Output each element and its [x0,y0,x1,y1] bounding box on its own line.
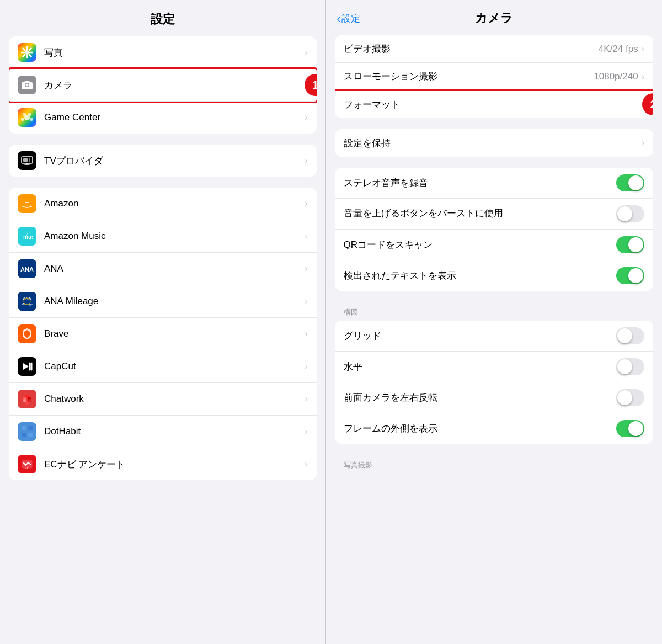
amazonmusic-chevron: › [305,231,307,241]
anamileage-icon: ANA Mileage [18,292,36,311]
settings-row-gamecenter[interactable]: Game Center › [9,102,317,134]
grid-toggle-knob [617,328,632,343]
slowmo-label: スローモーション撮影 [344,70,594,83]
settings-row-ecnavi[interactable]: EC ECナビ アンケート › [9,448,317,480]
settings-row-brave[interactable]: Brave › [9,318,317,350]
settings-row-camera[interactable]: カメラ › 1 [9,69,317,102]
qr-label: QRコードをスキャン [344,238,616,251]
mirror-label: 前面カメラを左右反転 [344,391,616,404]
text-toggle[interactable] [616,267,644,284]
ecnavi-label: ECナビ アンケート [44,458,305,471]
ana-icon: ANA [18,259,36,278]
svg-text:ANA: ANA [20,266,34,273]
slowmo-chevron: › [642,72,644,82]
svg-point-13 [30,118,33,121]
settings-group-3: ≡ Amazon › music ♪ Amazon Music › [9,188,317,480]
text-label: 検出されたテキストを表示 [344,269,616,282]
mirror-toggle[interactable] [616,389,644,406]
settings-row-grid[interactable]: グリッド [335,321,653,352]
qr-toggle-knob [628,237,643,252]
qr-toggle[interactable] [616,236,644,253]
gamecenter-icon [18,108,36,127]
composition-section-header: 構図 [326,302,662,321]
level-toggle[interactable] [616,358,644,375]
text-toggle-knob [628,268,643,283]
settings-row-text[interactable]: 検出されたテキストを表示 [335,260,653,291]
settings-row-amazonmusic[interactable]: music ♪ Amazon Music › [9,220,317,253]
capcut-chevron: › [305,361,307,371]
svg-line-7 [29,49,31,51]
video-value: 4K/24 fps [599,44,638,55]
format-label: フォーマット [344,98,642,111]
left-panel-title: 設定 [0,0,325,36]
settings-row-video[interactable]: ビデオ撮影 4K/24 fps › [335,35,653,63]
svg-text:≡: ≡ [25,199,29,208]
settings-row-tvprovider[interactable]: TVプロバイダ › [9,145,317,177]
level-label: 水平 [344,360,616,373]
photos-icon [18,43,36,62]
settings-row-slowmo[interactable]: スローモーション撮影 1080p/240 › [335,63,653,91]
svg-point-0 [25,50,29,55]
settings-row-ana[interactable]: ANA ANA › [9,253,317,285]
settings-row-chatwork[interactable]: Chatwork › [9,383,317,416]
settings-row-keep[interactable]: 設定を保持 › [335,129,653,157]
viewoutside-toggle[interactable] [616,420,644,437]
settings-row-anamileage[interactable]: ANA Mileage ANA Mileage › [9,285,317,318]
keep-chevron: › [642,138,644,148]
chatwork-label: Chatwork [44,393,305,405]
settings-row-mirror[interactable]: 前面カメラを左右反転 [335,382,653,413]
amazonmusic-icon: music ♪ [18,227,36,246]
keep-label: 設定を保持 [344,137,642,150]
settings-row-capcut[interactable]: CapCut › [9,350,317,383]
camera-label: カメラ [44,79,305,92]
chatwork-icon [18,390,36,408]
photo-section-header: 写真撮影 [326,455,662,473]
ecnavi-chevron: › [305,459,307,469]
photos-label: 写真 [44,46,305,59]
anamileage-label: ANA Mileage [44,296,305,307]
dothabit-icon [18,422,36,441]
svg-line-5 [23,49,25,51]
svg-line-8 [23,55,25,57]
svg-text:EC: EC [25,466,30,470]
slowmo-value: 1080p/240 [594,71,638,82]
left-panel: 設定 [0,0,325,644]
viewoutside-toggle-knob [628,421,643,436]
stereo-label: ステレオ音声を録音 [344,177,616,189]
settings-row-photos[interactable]: 写真 › [9,36,317,69]
settings-group-1: 写真 › カメラ › 1 [9,36,317,134]
right-panel-header: ‹ 設定 カメラ [326,0,662,35]
svg-rect-41 [28,433,33,437]
settings-row-format[interactable]: フォーマット › 2 [335,91,653,118]
capcut-icon [18,357,36,376]
svg-point-10 [23,113,26,116]
capcut-label: CapCut [44,361,305,372]
settings-row-burst[interactable]: 音量を上げるボタンをバーストに使用 [335,199,653,230]
tvprovider-icon [18,151,36,170]
svg-point-12 [21,118,24,121]
settings-row-stereo[interactable]: ステレオ音声を録音 [335,168,653,199]
gamecenter-chevron: › [305,113,307,123]
right-panel: ‹ 設定 カメラ ビデオ撮影 4K/24 fps › スローモーション撮影 10… [326,0,662,644]
anamileage-chevron: › [305,296,307,306]
level-toggle-knob [617,359,632,374]
settings-row-qr[interactable]: QRコードをスキャン [335,230,653,260]
stereo-toggle[interactable] [616,174,644,191]
settings-row-viewoutside[interactable]: フレームの外側を表示 [335,413,653,444]
svg-rect-38 [22,426,26,430]
amazonmusic-label: Amazon Music [44,231,305,242]
video-chevron: › [642,44,644,54]
camera-icon [18,76,36,94]
burst-toggle[interactable] [616,205,644,222]
step-1-badge: 1 [305,74,317,96]
viewoutside-label: フレームの外側を表示 [344,422,616,435]
settings-row-level[interactable]: 水平 [335,352,653,382]
ana-label: ANA [44,263,305,274]
grid-toggle[interactable] [616,327,644,344]
settings-row-dothabit[interactable]: DotHabit › [9,416,317,448]
camera-group-4: グリッド 水平 前面カメラを左右反転 フレームの外側を表示 [335,321,653,444]
brave-icon [18,324,36,343]
settings-row-amazon[interactable]: ≡ Amazon › [9,188,317,220]
grid-label: グリッド [344,329,616,342]
back-button[interactable]: ‹ 設定 [337,12,361,25]
